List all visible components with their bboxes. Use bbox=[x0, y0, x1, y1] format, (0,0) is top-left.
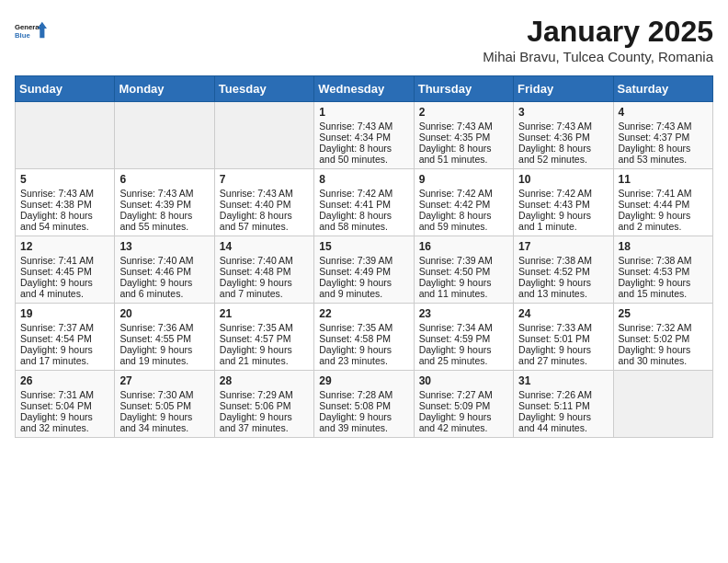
day-number: 1 bbox=[319, 106, 408, 119]
day-number: 17 bbox=[518, 240, 608, 253]
calendar-cell: 5 Sunrise: 7:43 AM Sunset: 4:38 PM Dayli… bbox=[16, 169, 115, 236]
calendar-cell bbox=[16, 102, 115, 169]
sunrise-text: Sunrise: 7:40 AM bbox=[119, 255, 193, 266]
day-number: 26 bbox=[20, 374, 109, 387]
day-number: 11 bbox=[619, 173, 708, 186]
weekday-header-row: Sunday Monday Tuesday Wednesday Thursday… bbox=[16, 76, 713, 102]
sunrise-text: Sunrise: 7:40 AM bbox=[220, 255, 293, 266]
daylight-text: Daylight: 9 hours and 19 minutes. bbox=[119, 344, 192, 366]
calendar-cell: 9 Sunrise: 7:42 AM Sunset: 4:42 PM Dayli… bbox=[414, 169, 513, 236]
calendar-cell: 27 Sunrise: 7:30 AM Sunset: 5:05 PM Dayl… bbox=[115, 371, 214, 438]
calendar-cell bbox=[214, 102, 313, 169]
sunset-text: Sunset: 5:02 PM bbox=[619, 333, 690, 344]
sunrise-text: Sunrise: 7:34 AM bbox=[419, 322, 493, 333]
daylight-text: Daylight: 8 hours and 55 minutes. bbox=[119, 210, 192, 232]
sunset-text: Sunset: 5:08 PM bbox=[319, 400, 391, 411]
sunset-text: Sunset: 4:48 PM bbox=[220, 266, 291, 277]
sunrise-text: Sunrise: 7:32 AM bbox=[619, 322, 692, 333]
daylight-text: Daylight: 9 hours and 9 minutes. bbox=[319, 277, 392, 299]
day-number: 18 bbox=[619, 240, 708, 253]
calendar-cell: 28 Sunrise: 7:29 AM Sunset: 5:06 PM Dayl… bbox=[214, 371, 313, 438]
sunrise-text: Sunrise: 7:35 AM bbox=[319, 322, 392, 333]
sunset-text: Sunset: 4:46 PM bbox=[119, 266, 191, 277]
daylight-text: Daylight: 9 hours and 13 minutes. bbox=[518, 277, 591, 299]
day-number: 15 bbox=[319, 240, 408, 253]
sunset-text: Sunset: 4:57 PM bbox=[220, 333, 291, 344]
calendar-cell: 14 Sunrise: 7:40 AM Sunset: 4:48 PM Dayl… bbox=[214, 236, 313, 304]
day-number: 31 bbox=[518, 374, 608, 387]
day-number: 24 bbox=[518, 307, 608, 320]
calendar-cell: 4 Sunrise: 7:43 AM Sunset: 4:37 PM Dayli… bbox=[613, 102, 712, 169]
sunset-text: Sunset: 4:38 PM bbox=[20, 199, 92, 210]
day-number: 9 bbox=[419, 173, 508, 186]
sunset-text: Sunset: 5:11 PM bbox=[518, 400, 590, 411]
sunset-text: Sunset: 4:34 PM bbox=[319, 132, 391, 143]
sunrise-text: Sunrise: 7:41 AM bbox=[619, 188, 692, 199]
day-number: 4 bbox=[619, 106, 708, 119]
logo: General Blue bbox=[15, 15, 48, 48]
sunset-text: Sunset: 4:41 PM bbox=[319, 199, 391, 210]
calendar-cell: 24 Sunrise: 7:33 AM Sunset: 5:01 PM Dayl… bbox=[514, 304, 613, 371]
sunrise-text: Sunrise: 7:41 AM bbox=[20, 255, 94, 266]
daylight-text: Daylight: 9 hours and 15 minutes. bbox=[619, 277, 691, 299]
svg-text:General: General bbox=[15, 23, 41, 31]
day-number: 5 bbox=[20, 173, 109, 186]
header-thursday: Thursday bbox=[414, 76, 513, 102]
sunset-text: Sunset: 4:53 PM bbox=[619, 266, 690, 277]
calendar-cell bbox=[613, 371, 712, 438]
calendar-cell: 26 Sunrise: 7:31 AM Sunset: 5:04 PM Dayl… bbox=[16, 371, 115, 438]
sunset-text: Sunset: 5:05 PM bbox=[119, 400, 191, 411]
header-tuesday: Tuesday bbox=[214, 76, 313, 102]
sunrise-text: Sunrise: 7:26 AM bbox=[518, 389, 592, 400]
sunrise-text: Sunrise: 7:39 AM bbox=[419, 255, 493, 266]
calendar-cell: 8 Sunrise: 7:42 AM Sunset: 4:41 PM Dayli… bbox=[314, 169, 414, 236]
calendar-week-row: 19 Sunrise: 7:37 AM Sunset: 4:54 PM Dayl… bbox=[16, 304, 713, 371]
sunrise-text: Sunrise: 7:42 AM bbox=[419, 188, 493, 199]
calendar-cell: 21 Sunrise: 7:35 AM Sunset: 4:57 PM Dayl… bbox=[214, 304, 313, 371]
day-number: 12 bbox=[20, 240, 109, 253]
sunrise-text: Sunrise: 7:38 AM bbox=[518, 255, 592, 266]
daylight-text: Daylight: 9 hours and 42 minutes. bbox=[419, 411, 492, 433]
sunset-text: Sunset: 4:50 PM bbox=[419, 266, 491, 277]
calendar-week-row: 5 Sunrise: 7:43 AM Sunset: 4:38 PM Dayli… bbox=[16, 169, 713, 236]
month-year-title: January 2025 bbox=[483, 15, 713, 49]
sunset-text: Sunset: 4:55 PM bbox=[119, 333, 191, 344]
daylight-text: Daylight: 8 hours and 52 minutes. bbox=[518, 143, 591, 165]
sunrise-text: Sunrise: 7:27 AM bbox=[419, 389, 493, 400]
daylight-text: Daylight: 8 hours and 51 minutes. bbox=[419, 143, 492, 165]
calendar-cell: 15 Sunrise: 7:39 AM Sunset: 4:49 PM Dayl… bbox=[314, 236, 414, 304]
day-number: 20 bbox=[119, 307, 209, 320]
sunset-text: Sunset: 5:06 PM bbox=[220, 400, 291, 411]
sunrise-text: Sunrise: 7:43 AM bbox=[619, 121, 692, 132]
daylight-text: Daylight: 9 hours and 11 minutes. bbox=[419, 277, 492, 299]
daylight-text: Daylight: 9 hours and 34 minutes. bbox=[119, 411, 192, 433]
calendar-cell: 3 Sunrise: 7:43 AM Sunset: 4:36 PM Dayli… bbox=[514, 102, 613, 169]
sunrise-text: Sunrise: 7:43 AM bbox=[119, 188, 193, 199]
day-number: 19 bbox=[20, 307, 109, 320]
sunset-text: Sunset: 5:01 PM bbox=[518, 333, 590, 344]
header-monday: Monday bbox=[115, 76, 214, 102]
calendar-cell: 20 Sunrise: 7:36 AM Sunset: 4:55 PM Dayl… bbox=[115, 304, 214, 371]
day-number: 28 bbox=[220, 374, 309, 387]
logo-icon: General Blue bbox=[15, 15, 48, 48]
sunrise-text: Sunrise: 7:38 AM bbox=[619, 255, 692, 266]
sunrise-text: Sunrise: 7:35 AM bbox=[220, 322, 293, 333]
sunset-text: Sunset: 4:45 PM bbox=[20, 266, 92, 277]
sunset-text: Sunset: 4:40 PM bbox=[220, 199, 291, 210]
sunset-text: Sunset: 4:43 PM bbox=[518, 199, 590, 210]
daylight-text: Daylight: 8 hours and 53 minutes. bbox=[619, 143, 691, 165]
calendar-cell: 18 Sunrise: 7:38 AM Sunset: 4:53 PM Dayl… bbox=[613, 236, 712, 304]
sunset-text: Sunset: 4:59 PM bbox=[419, 333, 491, 344]
sunrise-text: Sunrise: 7:43 AM bbox=[220, 188, 293, 199]
sunrise-text: Sunrise: 7:28 AM bbox=[319, 389, 392, 400]
day-number: 2 bbox=[419, 106, 508, 119]
daylight-text: Daylight: 8 hours and 59 minutes. bbox=[419, 210, 492, 232]
sunset-text: Sunset: 5:09 PM bbox=[419, 400, 491, 411]
daylight-text: Daylight: 9 hours and 2 minutes. bbox=[619, 210, 691, 232]
daylight-text: Daylight: 9 hours and 6 minutes. bbox=[119, 277, 192, 299]
daylight-text: Daylight: 8 hours and 50 minutes. bbox=[319, 143, 392, 165]
sunset-text: Sunset: 4:36 PM bbox=[518, 132, 590, 143]
sunrise-text: Sunrise: 7:43 AM bbox=[518, 121, 592, 132]
calendar-week-row: 12 Sunrise: 7:41 AM Sunset: 4:45 PM Dayl… bbox=[16, 236, 713, 304]
calendar-cell: 13 Sunrise: 7:40 AM Sunset: 4:46 PM Dayl… bbox=[115, 236, 214, 304]
